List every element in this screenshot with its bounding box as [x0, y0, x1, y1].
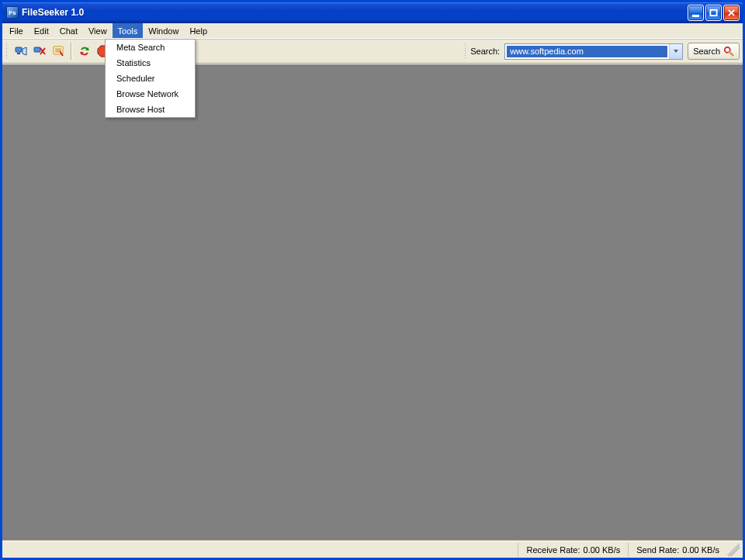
- window-buttons: [688, 5, 740, 21]
- menu-view[interactable]: View: [83, 23, 113, 38]
- search-combo[interactable]: www.softpedia.com: [504, 43, 683, 60]
- tools-meta-search[interactable]: Meta Search: [106, 40, 195, 55]
- refresh-icon: [78, 45, 91, 57]
- toolbar-settings-button[interactable]: [50, 43, 67, 60]
- toolbar-grip[interactable]: [5, 43, 9, 60]
- maximize-icon: [709, 9, 718, 17]
- window-title: FileSeeker 1.0: [22, 7, 688, 18]
- status-bar: Receive Rate: 0.00 KB/s Send Rate: 0.00 …: [2, 541, 743, 558]
- tools-scheduler[interactable]: Scheduler: [106, 71, 195, 86]
- settings-icon: [52, 45, 64, 57]
- search-input-value[interactable]: www.softpedia.com: [507, 46, 667, 57]
- title-bar: Fs FileSeeker 1.0: [2, 2, 743, 23]
- menu-window[interactable]: Window: [143, 23, 184, 38]
- search-button-label: Search: [693, 47, 720, 56]
- disconnect-icon: [33, 45, 46, 57]
- search-combo-dropdown-button[interactable]: [669, 44, 682, 59]
- toolbar-connect-button[interactable]: [12, 43, 29, 60]
- svg-rect-1: [16, 47, 22, 52]
- close-icon: [727, 9, 736, 17]
- search-icon: [723, 46, 734, 57]
- connect-icon: [15, 45, 27, 57]
- status-receive: Receive Rate: 0.00 KB/s: [518, 543, 628, 557]
- minimize-button[interactable]: [688, 5, 704, 21]
- app-icon: Fs: [6, 6, 19, 19]
- status-send: Send Rate: 0.00 KB/s: [628, 543, 727, 557]
- menu-edit[interactable]: Edit: [29, 23, 54, 38]
- menu-help[interactable]: Help: [184, 23, 213, 38]
- menu-chat[interactable]: Chat: [54, 23, 83, 38]
- menu-bar: File Edit Chat View Tools Window Help Me…: [2, 23, 743, 39]
- tools-dropdown: Meta Search Statistics Scheduler Browse …: [105, 39, 196, 118]
- workspace: [2, 64, 743, 541]
- close-button[interactable]: [723, 5, 740, 21]
- svg-rect-3: [34, 47, 40, 52]
- search-button[interactable]: Search: [688, 43, 740, 60]
- search-grip[interactable]: [464, 43, 467, 60]
- resize-grip[interactable]: [727, 544, 740, 556]
- svg-rect-2: [17, 53, 20, 54]
- tools-browse-host[interactable]: Browse Host: [106, 102, 195, 117]
- toolbar-separator-1: [71, 43, 72, 60]
- status-receive-value: 0.00 KB/s: [584, 545, 621, 555]
- toolbar-refresh-button[interactable]: [76, 43, 93, 60]
- window: Fs FileSeeker 1.0 File Edit Chat View To…: [0, 0, 745, 560]
- svg-rect-0: [710, 9, 716, 15]
- tools-browse-network[interactable]: Browse Network: [106, 86, 195, 102]
- status-send-value: 0.00 KB/s: [682, 545, 719, 555]
- maximize-button[interactable]: [705, 5, 722, 21]
- status-receive-label: Receive Rate:: [526, 545, 580, 555]
- tools-statistics[interactable]: Statistics: [106, 55, 195, 71]
- menu-file[interactable]: File: [4, 23, 29, 38]
- menu-tools[interactable]: Tools: [113, 23, 144, 38]
- chevron-down-icon: [673, 48, 679, 54]
- status-send-label: Send Rate:: [636, 545, 679, 555]
- search-label: Search:: [470, 47, 500, 56]
- minimize-icon: [692, 15, 699, 17]
- toolbar-disconnect-button[interactable]: [31, 43, 48, 60]
